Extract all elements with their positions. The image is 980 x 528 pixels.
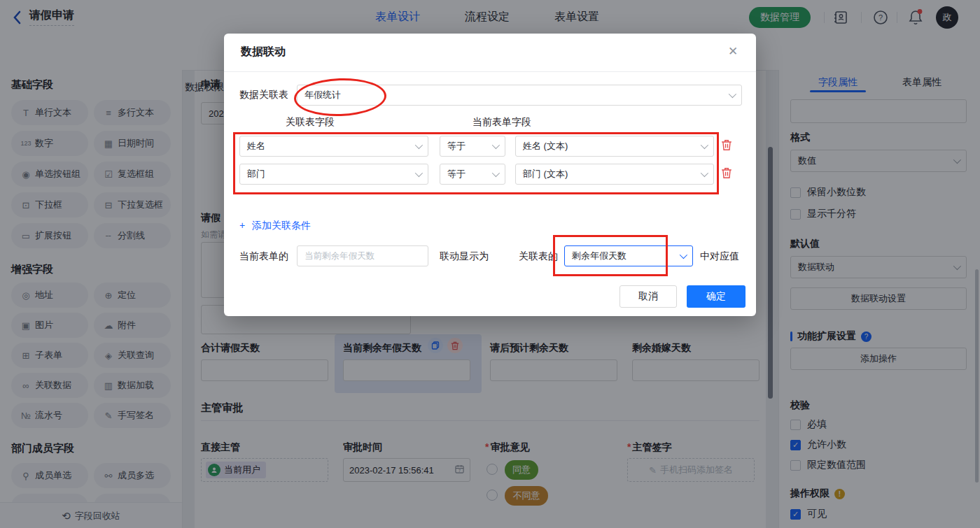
condition-2-left-select[interactable]: 部门 [239, 164, 428, 185]
modal-title: 数据联动 [241, 45, 286, 59]
delete-condition-2-icon[interactable] [721, 167, 732, 181]
chevron-down-icon [492, 169, 500, 177]
modal-header-divider [224, 71, 756, 72]
column-header-left: 关联表字段 [286, 116, 335, 129]
close-icon[interactable]: ✕ [728, 44, 738, 59]
condition-1-operator-select[interactable]: 等于 [440, 136, 505, 157]
chevron-down-icon [701, 169, 708, 177]
chevron-down-icon [415, 169, 423, 177]
confirm-button[interactable]: 确定 [687, 285, 746, 308]
related-table-select[interactable]: 年假统计 [297, 85, 742, 106]
current-form-label: 当前表单的 [239, 250, 288, 263]
chevron-down-icon [680, 251, 687, 259]
column-header-right: 当前表单字段 [472, 116, 531, 129]
related-table-label: 数据关联表 [239, 89, 288, 101]
add-condition-link[interactable]: + 添加关联条件 [239, 220, 311, 232]
chevron-down-icon [492, 141, 500, 149]
condition-1-left-select[interactable]: 姓名 [239, 136, 428, 157]
condition-1-right-select[interactable]: 姓名 (文本) [515, 136, 714, 157]
related-table-of-label: 关联表的 [519, 250, 558, 263]
current-field-input[interactable]: 当前剩余年假天数 [297, 245, 428, 266]
data-linkage-modal: 数据联动 ✕ 数据关联表 年假统计 关联表字段 当前表单字段 姓名 等于 姓名 … [224, 34, 756, 316]
delete-condition-1-icon[interactable] [721, 139, 732, 153]
form-designer-app: 请假申请 表单设计 流程设定 表单设置 数据管理 ? 政 表单外链 后端脚本 数… [0, 0, 980, 528]
chevron-down-icon [729, 90, 736, 98]
related-field-select[interactable]: 剩余年假天数 [564, 245, 693, 266]
condition-2-right-select[interactable]: 部门 (文本) [515, 164, 714, 185]
link-display-label: 联动显示为 [440, 250, 489, 263]
chevron-down-icon [415, 141, 423, 149]
plus-icon: + [239, 220, 245, 231]
chevron-down-icon [701, 141, 708, 149]
corresponding-value-label: 中对应值 [700, 250, 739, 263]
cancel-button[interactable]: 取消 [620, 285, 677, 308]
condition-2-operator-select[interactable]: 等于 [440, 164, 505, 185]
